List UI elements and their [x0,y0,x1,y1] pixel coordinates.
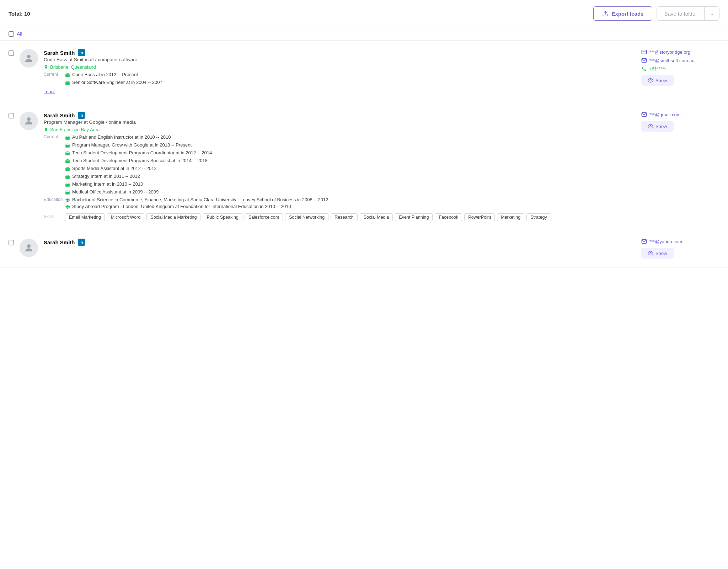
job-item: Tech Student Development Programs Coordi… [65,150,212,156]
skill-tag: Social Media [360,213,393,221]
lead-location-row: San Francisco Bay Area [44,127,636,132]
job-item: Program Manager, Grow with Google at in … [65,142,212,148]
more-link[interactable]: more [44,89,55,94]
linkedin-icon[interactable]: in [78,49,85,56]
person-icon [23,53,34,64]
jobs-section: Current Code Boss at in 2012 -- Present … [44,72,636,86]
contact-email-row: ***@storybridge.org [641,49,690,55]
show-button-label: Show [655,251,667,256]
job-text: Medical Office Assistant at in 2009 -- 2… [72,189,159,195]
job-item: Marketing Intern at in 2010 -- 2010 [65,181,212,187]
show-button-label: Show [655,124,667,129]
email-address: ***@gmail.com [649,112,681,117]
job-text: Code Boss at in 2012 -- Present [72,72,138,77]
avatar [20,49,38,68]
education-text: Study Abroad Program - London, United Ki… [72,204,291,209]
total-label-text: Total: [9,11,23,17]
current-label: Current [44,72,65,77]
email-icon [641,239,647,244]
skill-tag: Social Media Marketing [146,213,200,221]
skills-tags: Email MarketingMicrosoft WordSocial Medi… [65,213,551,221]
graduation-icon [65,198,70,203]
top-bar: Total: 10 Export leads Save to folder ⌄ [0,0,728,27]
job-item: Code Boss at in 2012 -- Present [65,72,162,78]
lead-name: Sarah Smith [44,239,75,245]
email-address: ***@smithsoft.com.au [649,58,695,63]
export-leads-button[interactable]: Export leads [593,6,652,21]
briefcase-icon [65,174,70,179]
job-item: Senior Software Engineer at in 2004 -- 2… [65,80,162,85]
show-button[interactable]: Show [641,248,674,259]
lead-checkbox[interactable] [9,50,14,56]
job-text: Tech Student Development Programs Coordi… [72,150,212,155]
svg-point-3 [27,117,31,121]
jobs-section: Current Au Pair and English Instructor a… [44,134,636,196]
select-all-label[interactable]: All [17,31,22,37]
lead-checkbox[interactable] [9,113,14,118]
eye-icon [648,123,653,129]
jobs-list: Code Boss at in 2012 -- Present Senior S… [65,72,162,86]
person-icon [23,243,34,253]
lead-location-row: Brisbane, Queensland [44,64,636,70]
email-icon [641,58,647,63]
avatar [20,239,38,257]
lead-select-checkbox-wrap [9,50,14,94]
total-count-value: 10 [24,11,30,17]
eye-icon [648,250,653,256]
lead-contact-panel: ***@storybridge.org ***@smithsoft.com.au… [641,49,719,94]
show-button[interactable]: Show [641,75,674,86]
skill-tag: Marketing [497,213,524,221]
lead-checkbox[interactable] [9,240,14,245]
export-icon [602,10,609,17]
eye-icon [648,78,653,83]
location-icon [44,65,48,69]
save-to-folder-button[interactable]: Save to folder ⌄ [657,6,719,21]
skill-tag: Email Marketing [65,213,105,221]
phone-icon [641,66,647,71]
job-item: Au Pair and English Instructor at in 201… [65,134,212,140]
lead-name-row: Sarah Smith in [44,49,636,56]
linkedin-icon[interactable]: in [78,112,85,119]
job-item: Tech Student Development Programs Specia… [65,158,212,164]
svg-point-2 [650,80,651,81]
skill-tag: Social Networking [285,213,328,221]
briefcase-icon [65,166,70,171]
contact-email-row: ***@smithsoft.com.au [641,58,695,63]
briefcase-icon [65,80,70,85]
email-icon [641,112,647,117]
person-icon [23,116,34,126]
skill-tag: Research [331,213,358,221]
linkedin-icon[interactable]: in [78,239,85,246]
lead-title: Code Boss at Smithsoft / computer softwa… [44,57,636,62]
chevron-down-icon[interactable]: ⌄ [704,7,719,20]
job-item: Strategy Intern at in 2011 -- 2012 [65,174,212,179]
select-all-row: All [0,27,728,41]
show-button-label: Show [655,78,667,83]
education-list: Bachelor of Science in Commerce, Finance… [65,197,328,211]
skill-tag: Facebook [435,213,462,221]
select-all-checkbox[interactable] [9,31,14,37]
education-item: Bachelor of Science in Commerce, Finance… [65,197,328,203]
education-label: Education [44,197,65,202]
contact-phone-row: +61***** [641,66,666,71]
phone-number: +61***** [649,66,666,71]
lead-card: Sarah Smith in Program Manager at Google… [0,103,728,230]
svg-point-5 [27,244,31,248]
skill-tag: Salesforce.com [245,213,283,221]
lead-name-row: Sarah Smith in [44,112,636,119]
briefcase-icon [65,73,70,78]
lead-select-checkbox-wrap [9,240,14,259]
email-address: ***@storybridge.org [649,49,690,55]
show-button[interactable]: Show [641,121,674,132]
job-text: Sports Media Assistant at in 2012 -- 201… [72,166,157,171]
svg-point-1 [27,55,31,58]
email-address: ***@yahoo.com [649,239,682,244]
lead-contact-panel: ***@yahoo.com Show [641,239,719,259]
skills-label: Skills [44,213,65,219]
job-item: Sports Media Assistant at in 2012 -- 201… [65,166,212,171]
briefcase-icon [65,182,70,187]
skill-tag: Public Speaking [203,213,242,221]
svg-point-4 [650,126,651,127]
education-section: Education Bachelor of Science in Commerc… [44,197,636,211]
email-icon [641,49,647,55]
